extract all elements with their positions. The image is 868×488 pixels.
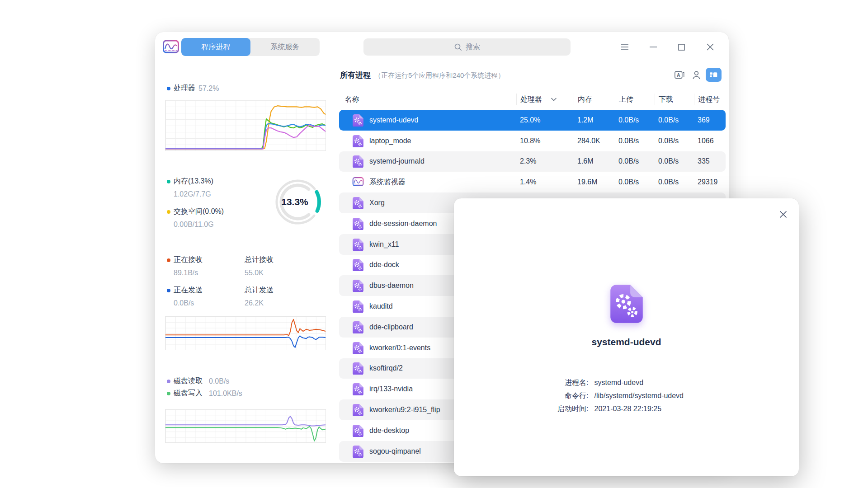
column-header-download[interactable]: 下载 [655, 94, 694, 105]
grid-view-icon [708, 70, 719, 80]
process-name: kworker/u9:2-i915_flip [369, 406, 440, 414]
process-memory: 284.0K [574, 137, 615, 145]
process-gear-icon [352, 114, 364, 127]
dialog-field-row: 命令行: /lib/systemd/systemd-udevd [454, 391, 799, 401]
disk-write-value: 101.0KB/s [209, 389, 242, 398]
process-pid: 1066 [694, 137, 726, 145]
dialog-field-value: 2021-03-28 22:19:25 [594, 404, 805, 414]
network-send-total-label-row: 总计发送 [245, 286, 274, 295]
receive-total-value: 55.0K [245, 269, 264, 277]
tab-processes[interactable]: 程序进程 [181, 38, 250, 56]
process-name: dde-session-daemon [369, 220, 437, 228]
table-row[interactable]: systemd-journald 2.3% 1.6M 0.0B/s 0.0B/s… [339, 151, 726, 172]
process-icon [352, 383, 364, 395]
process-name: laptop_mode [369, 137, 411, 145]
process-name: dbus-daemon [369, 282, 414, 290]
process-name: systemd-udevd [369, 116, 419, 124]
process-name: dde-desktop [369, 427, 409, 435]
column-header-cpu[interactable]: 处理器 [516, 94, 574, 105]
send-label: 正在发送 [174, 286, 203, 295]
chevron-down-icon [551, 98, 557, 101]
memory-bullet-icon [167, 180, 170, 183]
process-gear-icon [352, 155, 364, 168]
process-download: 0.0B/s [655, 157, 694, 165]
disk-read-value: 0.0B/s [209, 377, 229, 385]
process-icon [352, 238, 364, 251]
disk-chart [165, 409, 326, 443]
column-header-upload[interactable]: 上传 [615, 94, 655, 105]
user-icon [691, 70, 702, 80]
process-gear-icon [352, 197, 364, 209]
view-mode-switcher: A [671, 68, 722, 82]
dialog-field-row: 启动时间: 2021-03-28 22:19:25 [454, 404, 799, 414]
process-pid: 335 [694, 157, 726, 165]
process-name: irq/133-nvidia [369, 385, 413, 393]
process-gear-icon [352, 362, 364, 375]
letter-a-view-icon: A [674, 70, 685, 80]
process-name: kwin_x11 [369, 240, 399, 249]
process-icon [352, 135, 364, 147]
process-gear-icon-large [609, 283, 644, 323]
tab-services[interactable]: 系统服务 [250, 38, 320, 56]
expand-view-button[interactable]: A [671, 68, 687, 82]
memory-label: 内存(13.3%) [174, 177, 213, 186]
window-controls [610, 32, 724, 62]
menu-button[interactable] [610, 37, 639, 57]
process-cpu: 25.0% [516, 116, 574, 124]
process-icon [352, 155, 364, 168]
process-pid: 369 [694, 116, 726, 124]
process-upload: 0.0B/s [615, 157, 655, 165]
dialog-field-label: 启动时间: [454, 404, 589, 414]
process-gear-icon [352, 279, 364, 292]
process-gear-icon [352, 445, 364, 458]
maximize-icon [678, 44, 685, 51]
process-icon [352, 321, 364, 333]
desktop: 程序进程 系统服务 搜索 [0, 0, 868, 488]
cpu-value: 57.2% [198, 84, 219, 93]
search-input[interactable]: 搜索 [363, 38, 571, 56]
all-process-view-button[interactable] [706, 68, 722, 82]
dialog-close-button[interactable] [774, 206, 792, 223]
process-icon [352, 445, 364, 458]
swap-detail: 0.00B/11.0G [174, 221, 214, 229]
process-download: 0.0B/s [655, 116, 694, 124]
process-gear-icon [352, 383, 364, 395]
process-name: kworker/0:1-events [369, 344, 430, 352]
table-header: 名称 处理器 内存 上传 下载 进程号 [339, 89, 726, 110]
send-value: 0.0B/s [174, 299, 194, 307]
process-cpu: 10.8% [516, 137, 574, 145]
swap-summary: 交换空间(0.0%) [167, 207, 224, 216]
table-row[interactable]: laptop_mode 10.8% 284.0K 0.0B/s 0.0B/s 1… [339, 131, 726, 151]
process-name: dde-clipboard [369, 323, 413, 331]
column-header-memory[interactable]: 内存 [574, 94, 615, 105]
receive-bullet-icon [167, 258, 170, 262]
close-window-button[interactable] [696, 37, 724, 57]
view-switcher: 程序进程 系统服务 [181, 38, 320, 56]
process-name: systemd-journald [369, 157, 425, 165]
process-memory: 1.2M [574, 116, 615, 124]
disk-write-label: 磁盘写入 [174, 389, 203, 398]
send-bullet-icon [167, 289, 170, 292]
column-header-name[interactable]: 名称 [339, 94, 516, 105]
process-gear-icon [352, 424, 364, 437]
process-icon [352, 404, 364, 416]
disk-write-row: 磁盘写入 101.0KB/s [167, 389, 242, 398]
process-gear-icon [352, 404, 364, 416]
search-placeholder: 搜索 [466, 42, 480, 52]
table-row[interactable]: systemd-udevd 25.0% 1.2M 0.0B/s 0.0B/s 3… [339, 110, 726, 131]
column-header-pid[interactable]: 进程号 [694, 94, 726, 105]
process-name: 系统监视器 [369, 178, 406, 187]
cpu-chart [165, 100, 326, 151]
cpu-summary: 处理器 57.2% [167, 84, 219, 93]
process-name: Xorg [369, 199, 385, 207]
user-process-view-button[interactable] [689, 68, 704, 82]
send-total-label: 总计发送 [245, 286, 274, 295]
minimize-button[interactable] [639, 37, 667, 57]
process-name: ksoftirqd/2 [369, 364, 403, 372]
table-row[interactable]: 系统监视器 1.4% 19.6M 0.0B/s 0.0B/s 29319 [339, 172, 726, 192]
dialog-field-value: /lib/systemd/systemd-udevd [594, 391, 805, 401]
process-gear-icon [352, 300, 364, 313]
close-icon [707, 43, 714, 51]
maximize-button[interactable] [667, 37, 696, 57]
dialog-fields: 进程名: systemd-udevd 命令行: /lib/systemd/sys… [454, 378, 799, 414]
